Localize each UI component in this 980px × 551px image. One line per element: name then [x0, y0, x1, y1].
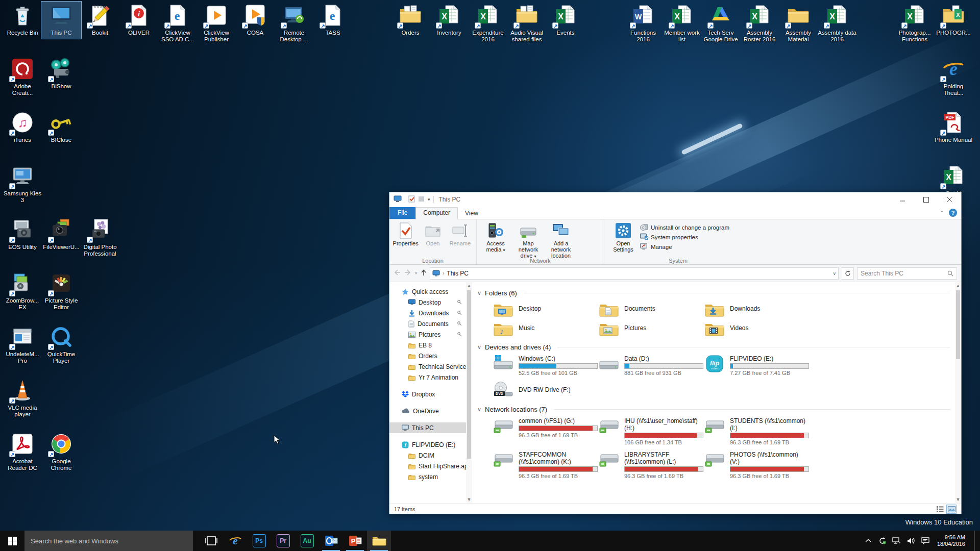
desktop-icon-eos-utility[interactable]: EOS Utility [3, 217, 42, 251]
ribbon-button-properties[interactable]: Properties [393, 221, 419, 246]
taskbar-app-file-explorer[interactable] [367, 531, 391, 551]
desktop-icon-photograp-functions[interactable]: XPhotograp... Functions [895, 3, 934, 43]
taskbar-clock[interactable]: 9:56 AM 18/04/2016 [935, 534, 969, 547]
desktop-icon-tech-serv-google-drive[interactable]: Tech Serv Google Drive [701, 3, 740, 43]
sidebar-item-this-pc[interactable]: This PC [389, 422, 466, 433]
sidebar-item-flipvideo-e[interactable]: f FLIPVIDEO (E:) [389, 439, 466, 450]
sidebar-item-dropbox[interactable]: Dropbox [389, 389, 466, 399]
sidebar-scrollbar[interactable]: ▲ ▼ [466, 282, 472, 503]
drive-tile-students-fs1-common-i[interactable]: STUDENTS (\\fs1\common) (I:) 96.3 GB fre… [704, 417, 810, 445]
large-icons-view-button[interactable] [946, 505, 957, 514]
ribbon-button-rename[interactable]: Rename [447, 221, 473, 246]
drive-tile-windows-c[interactable]: Windows (C:) 52.5 GB free of 101 GB [493, 355, 598, 376]
desktop-icon-itunes[interactable]: ♫iTunes [3, 110, 42, 143]
action-center-icon[interactable] [921, 537, 930, 544]
drive-tile-data-d[interactable]: Data (D:) 881 GB free of 931 GB [598, 355, 704, 376]
search-input[interactable]: Search This PC [857, 267, 957, 280]
desktop-icon-member-work-list[interactable]: XMember work list [663, 3, 701, 43]
drive-tile-ihu-fs1-user-home-staff-h[interactable]: IHU (\\fs1\user_home\staff) (H:) 106 GB … [598, 417, 704, 445]
content-scrollbar[interactable]: ▲ ▼ [955, 282, 961, 503]
sidebar-item-orders[interactable]: Orders [389, 350, 466, 361]
sidebar-item-pictures[interactable]: Pictures [389, 329, 466, 340]
ribbon-button-uninstall-or-change-a-program[interactable]: Uninstall or change a program [640, 223, 729, 232]
network-icon[interactable] [892, 537, 901, 544]
folder-tile-documents[interactable]: Documents [598, 300, 704, 317]
sidebar-item-documents[interactable]: Documents [389, 318, 466, 329]
desktop-icon-cosa[interactable]: COSA [236, 3, 275, 36]
sidebar-item-quick-access[interactable]: Quick access [389, 286, 466, 297]
sidebar-item-start-flipshare-ap[interactable]: Start FlipShare.ap [389, 461, 466, 471]
desktop-icon-undeletem-pro[interactable]: UndeleteM... Pro [3, 324, 42, 364]
desktop-icon-assembly-material[interactable]: Assembly Material [779, 3, 818, 43]
minimize-button[interactable] [891, 192, 914, 207]
address-dropdown-icon[interactable]: ∨ [832, 271, 836, 276]
desktop-icon-inventory[interactable]: XInventory [430, 3, 469, 36]
desktop-icon-assembly-roster-2016[interactable]: XAssembly Roster 2016 [740, 3, 779, 43]
qat-customize-icon[interactable]: ▾ [428, 197, 430, 202]
ribbon-button-open[interactable]: Open [420, 221, 446, 246]
section-header-network-locations-7[interactable]: ∨Network locations (7) [477, 404, 955, 415]
desktop-icon-functions-2016[interactable]: WFunctions 2016 [624, 3, 663, 43]
ribbon-button-system-properties[interactable]: System properties [640, 233, 729, 241]
up-button[interactable] [421, 269, 427, 278]
drive-tile-common-fs1-g[interactable]: common (\\FS1) (G:) 96.3 GB free of 1.69… [493, 417, 598, 445]
section-header-devices-and-drives-4[interactable]: ∨Devices and drives (4) [477, 341, 955, 353]
sidebar-item-dcim[interactable]: DCIM [389, 450, 466, 461]
desktop-icon-quicktime-player[interactable]: QuickTime Player [42, 324, 81, 364]
taskbar-app-audition[interactable]: Au [295, 531, 319, 551]
desktop-icon-oliver[interactable]: iOLIVER [119, 3, 158, 36]
tray-chevron-icon[interactable] [864, 539, 873, 543]
maximize-button[interactable] [914, 192, 938, 207]
desktop-icon-recycle-bin[interactable]: Recycle Bin [3, 3, 42, 36]
desktop-icon-biclose[interactable]: BIClose [42, 110, 81, 143]
desktop-icon-remote-desktop[interactable]: Remote Desktop ... [275, 3, 313, 43]
sidebar-item-onedrive[interactable]: OneDrive [389, 406, 466, 416]
desktop-icon-polding-theat[interactable]: ePolding Theat... [934, 57, 973, 96]
taskbar-search-input[interactable]: Search the web and Windows [24, 531, 193, 551]
title-bar[interactable]: ▾ This PC [389, 192, 961, 207]
desktop-icon-zoombrow-ex[interactable]: ZoomBrow... EX [3, 271, 42, 311]
desktop-icon-digital-photo-professional[interactable]: Digital Photo Professional [81, 217, 119, 257]
desktop-icon-adobe-creati[interactable]: Adobe Creati... [3, 57, 42, 96]
folder-tile-pictures[interactable]: Pictures [598, 320, 704, 336]
sidebar-item-yr-7-animation[interactable]: Yr 7 Animation [389, 372, 466, 383]
desktop-icon-bishow[interactable]: BiShow [42, 57, 81, 90]
ribbon-button-manage[interactable]: Manage [640, 243, 729, 251]
folder-tile-desktop[interactable]: Desktop [493, 300, 598, 317]
tab-file[interactable]: File [389, 207, 415, 219]
show-desktop-button[interactable] [974, 531, 977, 551]
drive-tile-photos-fs1-common-v[interactable]: PHOTOS (\\fs1\common) (V:) 96.3 GB free … [704, 450, 810, 479]
section-header-folders-6[interactable]: ∨Folders (6) [477, 287, 955, 298]
sidebar-item-downloads[interactable]: Downloads [389, 308, 466, 318]
ribbon-button-access-media[interactable]: Access media ▾ [480, 221, 511, 254]
desktop-icon-samsung-kies-3[interactable]: Samsung Kies 3 [3, 164, 42, 204]
taskbar-app-photoshop[interactable]: Ps [247, 531, 271, 551]
qat-newfolder-icon[interactable] [418, 195, 425, 204]
help-icon[interactable]: ? [949, 209, 957, 217]
back-button[interactable] [394, 269, 401, 277]
folder-tile-music[interactable]: ♪ Music [493, 320, 598, 336]
ribbon-button-open-settings[interactable]: Open Settings [607, 221, 639, 253]
desktop-icon-this-pc[interactable]: This PC [42, 3, 81, 36]
taskbar-app-powerpoint[interactable]: P [343, 531, 367, 551]
close-button[interactable] [938, 192, 961, 207]
taskbar-app-internet-explorer[interactable]: e [223, 531, 247, 551]
qat-properties-icon[interactable] [408, 195, 415, 204]
desktop-icon-tass[interactable]: eTASS [313, 3, 352, 36]
taskbar-app-outlook[interactable] [319, 531, 343, 551]
desktop-icon-phone-manual[interactable]: PDFPhone Manual [934, 110, 973, 143]
desktop-icon-google-chrome[interactable]: Google Chrome [42, 432, 81, 471]
folder-tile-downloads[interactable]: Downloads [704, 300, 810, 317]
sidebar-item-eb-8[interactable]: EB 8 [389, 340, 466, 350]
tab-computer[interactable]: Computer [415, 207, 458, 219]
desktop-icon-audio-visual-shared-files[interactable]: Audio Visual shared files [507, 3, 546, 43]
desktop-icon-bookit[interactable]: Bookit [81, 3, 119, 36]
desktop-icon-assembly-data-2016[interactable]: XAssembly data 2016 [818, 3, 856, 43]
ribbon-collapse-icon[interactable]: ⌃ [940, 210, 944, 215]
breadcrumb[interactable]: › This PC ∨ [430, 267, 839, 280]
folder-tile-videos[interactable]: Videos [704, 320, 810, 336]
sidebar-item-desktop[interactable]: Desktop [389, 297, 466, 308]
desktop-icon-acrobat-reader-dc[interactable]: Acrobat Reader DC [3, 432, 42, 471]
desktop-icon-orders[interactable]: Orders [391, 3, 430, 36]
taskbar-app-premiere[interactable]: Pr [271, 531, 295, 551]
